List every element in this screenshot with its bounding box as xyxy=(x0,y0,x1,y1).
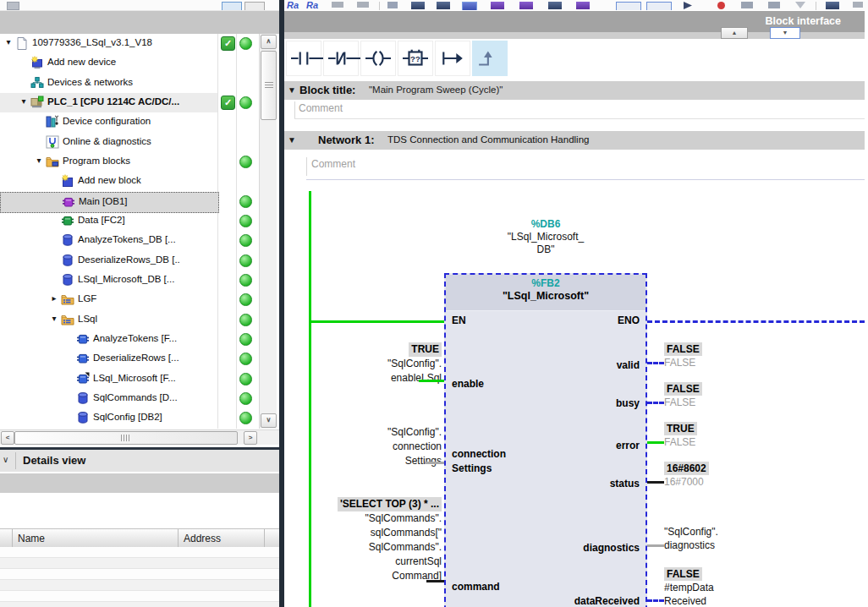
toolbar-icon-fragment[interactable] xyxy=(795,2,805,8)
pin-enable[interactable]: enable xyxy=(452,378,484,390)
tree-item[interactable]: SqlCommands [D... xyxy=(0,389,217,408)
toolbar-icon-fragment[interactable] xyxy=(519,2,533,9)
interface-expand-down-button[interactable]: ▼ xyxy=(770,27,800,39)
operand-error[interactable]: TRUE FALSE xyxy=(664,422,859,449)
scroll-right-button[interactable]: > xyxy=(244,431,257,445)
tree-vertical-scrollbar[interactable]: ∧ ∨ xyxy=(259,34,277,429)
pin-error[interactable]: error xyxy=(616,440,640,451)
toolbar-icon-fragment[interactable] xyxy=(332,2,343,8)
collapse-chevron-icon[interactable]: ∨ xyxy=(3,455,8,464)
toolbar-icon-fragment[interactable] xyxy=(462,2,477,10)
toolbar-icon-fragment[interactable] xyxy=(387,2,398,8)
favorite-close-branch-icon[interactable] xyxy=(472,41,508,76)
tree-expander-icon[interactable]: ▸ xyxy=(49,293,59,303)
interface-expand-up-button[interactable]: ▲ xyxy=(721,27,748,39)
tree-item[interactable]: ▾Program blocks xyxy=(0,152,217,172)
pin-diagnostics[interactable]: diagnostics xyxy=(583,542,640,554)
toolbar-icon-fragment[interactable] xyxy=(826,2,839,9)
tree-item[interactable]: ▾109779336_LSql_v3.1_V18 xyxy=(0,34,217,53)
operand-valid[interactable]: FALSE FALSE xyxy=(664,342,859,369)
collapse-chevron-icon[interactable]: ▼ xyxy=(288,85,296,95)
toolbar-icon-fragment[interactable]: Ra xyxy=(287,0,299,10)
scroll-left-button[interactable]: < xyxy=(1,431,14,445)
tree-expander-icon[interactable]: ▾ xyxy=(49,314,59,323)
network-1-bar[interactable]: ▼ Network 1: TDS Connection and Communic… xyxy=(284,131,865,150)
tree-item[interactable]: AnalyzeTokens [F... xyxy=(0,330,217,349)
toolbar-icon-fragment[interactable] xyxy=(853,2,863,8)
tree-horizontal-scrollbar[interactable]: < > xyxy=(0,429,279,445)
scroll-down-button[interactable]: ∨ xyxy=(261,413,277,428)
network-title[interactable]: TDS Connection and Communication Handlin… xyxy=(387,134,589,145)
pin-command[interactable]: command xyxy=(452,581,500,593)
toolbar-icon-fragment[interactable] xyxy=(768,2,780,8)
operand-busy[interactable]: FALSE FALSE xyxy=(664,382,859,409)
toolbar-icon-fragment[interactable] xyxy=(616,2,641,10)
toolbar-icon-fragment[interactable] xyxy=(7,2,19,10)
toolbar-icon-fragment[interactable] xyxy=(357,2,369,8)
operand-command[interactable]: 'SELECT TOP (3) * ... "SqlCommands". sql… xyxy=(308,497,442,583)
collapse-chevron-icon[interactable]: ▼ xyxy=(288,135,296,145)
pin-valid[interactable]: valid xyxy=(617,359,640,371)
details-col-name[interactable]: Name xyxy=(13,529,179,548)
instance-db-label[interactable]: %DB6 "LSql_Microsoft_ DB" xyxy=(444,218,647,256)
scroll-thumb[interactable] xyxy=(14,431,238,445)
operand-connection-settings[interactable]: "SqlConfig". connection Settings xyxy=(308,425,442,468)
tree-item[interactable]: Add new device xyxy=(0,53,217,73)
tree-item[interactable]: Device configuration xyxy=(0,112,217,132)
operand-data-received[interactable]: FALSE #tempData Received xyxy=(664,567,859,607)
tree-item[interactable]: Data [FC2] xyxy=(0,211,217,231)
tree-item[interactable]: DeserializeRows_DB [.. xyxy=(0,251,217,271)
pin-data-received[interactable]: dataReceived xyxy=(574,595,640,607)
tree-item[interactable]: ▾LSql xyxy=(0,310,217,330)
details-view-header[interactable]: ∨ Details view xyxy=(0,450,279,473)
toolbar-icon-fragment[interactable] xyxy=(411,2,425,9)
tree-item[interactable]: ▾PLC_1 [CPU 1214C AC/DC/... xyxy=(0,93,217,112)
tree-expander-icon[interactable]: ▾ xyxy=(3,37,14,46)
interface-splitter[interactable]: ▲ ▼ xyxy=(284,32,865,39)
toolbar-icon-fragment[interactable] xyxy=(741,2,753,8)
toolbar-icon-fragment[interactable] xyxy=(717,2,725,9)
pin-status[interactable]: status xyxy=(610,478,640,489)
toolbar-icon-fragment[interactable] xyxy=(576,2,590,9)
tree-item[interactable]: ▸LGF xyxy=(0,290,217,309)
tree-expander-icon[interactable]: ▾ xyxy=(19,96,29,106)
block-title-value[interactable]: "Main Program Sweep (Cycle)" xyxy=(369,85,503,95)
block-title-bar[interactable]: ▼ Block title: "Main Program Sweep (Cycl… xyxy=(284,81,865,100)
tree-item[interactable]: DeserializeRows [... xyxy=(0,349,217,369)
favorite-contact-closed-icon[interactable] xyxy=(323,41,359,76)
pin-en[interactable]: EN xyxy=(452,314,466,326)
toolbar-icon-fragment[interactable] xyxy=(437,2,450,9)
block-comment-field[interactable]: Comment xyxy=(299,102,343,114)
tree-item[interactable]: LSql_Microsoft [F... xyxy=(0,369,217,389)
tree-item[interactable]: Online & diagnostics xyxy=(0,133,217,152)
toolbar-icon-fragment[interactable] xyxy=(646,2,672,10)
scroll-up-button[interactable]: ∧ xyxy=(261,35,277,49)
tree-item[interactable]: LSql_Microsoft_DB [... xyxy=(0,271,217,290)
tree-expander-icon[interactable]: ▾ xyxy=(34,156,44,165)
toolbar-icon-fragment[interactable]: Ra xyxy=(306,0,318,10)
tree-item[interactable]: Devices & networks xyxy=(0,74,217,93)
tree-item-label: Devices & networks xyxy=(47,77,133,87)
fb-block-header: %FB2 "LSql_Microsoft" xyxy=(446,275,646,311)
pin-eno[interactable]: ENO xyxy=(618,314,640,326)
favorite-open-branch-icon[interactable] xyxy=(435,41,470,76)
toolbar-icon-fragment[interactable] xyxy=(491,2,504,9)
scroll-thumb[interactable] xyxy=(261,51,277,120)
favorite-empty-box-icon[interactable]: ?? xyxy=(398,41,433,76)
details-col-address[interactable]: Address xyxy=(179,529,265,548)
operand-diagnostics[interactable]: "SqlConfig". diagnostics xyxy=(664,525,859,552)
tree-item[interactable]: SqlConfig [DB2] xyxy=(0,408,217,428)
tree-item[interactable]: AnalyzeTokens_DB [... xyxy=(0,231,217,250)
network-comment-field[interactable]: Comment xyxy=(311,158,355,170)
pin-connection-settings[interactable]: connection xyxy=(452,448,506,460)
tree-item[interactable]: Add new block xyxy=(0,172,217,191)
tree-item[interactable]: Main [OB1] xyxy=(0,192,219,213)
pin-busy[interactable]: busy xyxy=(616,397,640,409)
toolbar-icon-fragment[interactable] xyxy=(684,2,692,9)
favorite-coil-icon[interactable] xyxy=(360,41,396,76)
toolbar-icon-fragment[interactable] xyxy=(548,2,562,9)
favorite-contact-open-icon[interactable] xyxy=(286,41,321,76)
operand-status[interactable]: 16#8602 16#7000 xyxy=(664,462,859,489)
pin-connection-settings[interactable]: Settings xyxy=(452,462,492,474)
fb-call-block[interactable]: %FB2 "LSql_Microsoft" EN ENO enable conn… xyxy=(444,273,647,607)
